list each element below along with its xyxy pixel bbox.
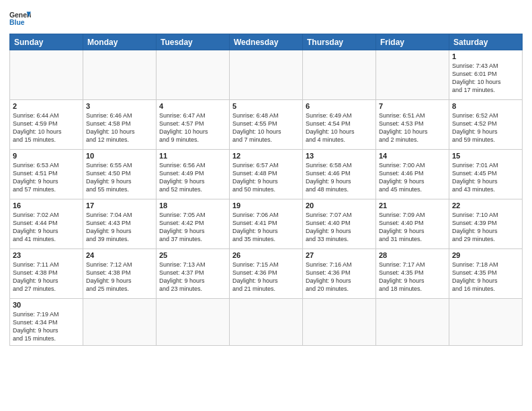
calendar-cell <box>376 50 449 100</box>
day-info: Sunrise: 7:13 AM Sunset: 4:37 PM Dayligh… <box>159 261 226 293</box>
day-number: 29 <box>452 251 519 259</box>
calendar-cell: 8Sunrise: 6:52 AM Sunset: 4:52 PM Daylig… <box>449 100 523 150</box>
calendar-cell <box>376 299 449 346</box>
day-info: Sunrise: 6:56 AM Sunset: 4:49 PM Dayligh… <box>159 161 226 194</box>
day-info: Sunrise: 6:58 AM Sunset: 4:46 PM Dayligh… <box>306 161 373 194</box>
day-number: 14 <box>379 152 446 160</box>
calendar-cell <box>83 50 157 100</box>
day-number: 18 <box>159 201 226 210</box>
day-number: 26 <box>232 251 300 259</box>
day-info: Sunrise: 6:52 AM Sunset: 4:52 PM Dayligh… <box>452 111 519 144</box>
day-info: Sunrise: 6:51 AM Sunset: 4:53 PM Dayligh… <box>379 111 446 144</box>
page-header: General Blue <box>9 7 523 28</box>
day-number: 6 <box>306 102 373 110</box>
calendar-cell: 14Sunrise: 7:00 AM Sunset: 4:46 PM Dayli… <box>376 150 449 199</box>
day-number: 7 <box>379 102 446 110</box>
calendar-cell: 22Sunrise: 7:10 AM Sunset: 4:39 PM Dayli… <box>449 199 523 249</box>
calendar-cell: 19Sunrise: 7:06 AM Sunset: 4:41 PM Dayli… <box>230 199 303 249</box>
day-number: 20 <box>306 201 373 210</box>
calendar-cell: 4Sunrise: 6:47 AM Sunset: 4:57 PM Daylig… <box>157 100 230 150</box>
day-number: 11 <box>159 152 226 160</box>
day-number: 25 <box>159 251 226 259</box>
day-number: 16 <box>13 201 80 210</box>
day-number: 12 <box>232 152 300 160</box>
day-info: Sunrise: 7:15 AM Sunset: 4:36 PM Dayligh… <box>232 261 300 293</box>
day-info: Sunrise: 7:43 AM Sunset: 6:01 PM Dayligh… <box>452 62 519 95</box>
day-number: 24 <box>86 251 153 259</box>
calendar-cell: 6Sunrise: 6:49 AM Sunset: 4:54 PM Daylig… <box>303 100 376 150</box>
day-info: Sunrise: 7:02 AM Sunset: 4:44 PM Dayligh… <box>13 211 80 244</box>
col-header-thursday: Thursday <box>303 34 376 50</box>
day-info: Sunrise: 7:10 AM Sunset: 4:39 PM Dayligh… <box>452 211 519 244</box>
day-info: Sunrise: 6:49 AM Sunset: 4:54 PM Dayligh… <box>306 111 373 144</box>
day-number: 15 <box>452 152 519 160</box>
col-header-saturday: Saturday <box>449 34 523 50</box>
calendar-week-row: 30Sunrise: 7:19 AM Sunset: 4:34 PM Dayli… <box>10 299 523 346</box>
day-info: Sunrise: 7:00 AM Sunset: 4:46 PM Dayligh… <box>379 161 446 194</box>
calendar-cell: 11Sunrise: 6:56 AM Sunset: 4:49 PM Dayli… <box>157 150 230 199</box>
col-header-wednesday: Wednesday <box>230 34 303 50</box>
calendar-week-row: 23Sunrise: 7:11 AM Sunset: 4:38 PM Dayli… <box>10 249 523 299</box>
day-number: 23 <box>13 251 80 259</box>
day-number: 8 <box>452 102 519 110</box>
day-info: Sunrise: 7:11 AM Sunset: 4:38 PM Dayligh… <box>13 261 80 293</box>
day-info: Sunrise: 7:19 AM Sunset: 4:34 PM Dayligh… <box>13 310 80 343</box>
calendar-cell: 7Sunrise: 6:51 AM Sunset: 4:53 PM Daylig… <box>376 100 449 150</box>
calendar-cell: 25Sunrise: 7:13 AM Sunset: 4:37 PM Dayli… <box>157 249 230 299</box>
day-info: Sunrise: 7:17 AM Sunset: 4:35 PM Dayligh… <box>379 261 446 293</box>
calendar-week-row: 16Sunrise: 7:02 AM Sunset: 4:44 PM Dayli… <box>10 199 523 249</box>
day-number: 4 <box>159 102 226 110</box>
calendar-cell: 21Sunrise: 7:09 AM Sunset: 4:40 PM Dayli… <box>376 199 449 249</box>
logo: General Blue <box>9 9 31 28</box>
day-number: 30 <box>13 301 80 309</box>
calendar-cell: 2Sunrise: 6:44 AM Sunset: 4:59 PM Daylig… <box>10 100 83 150</box>
calendar-cell: 18Sunrise: 7:05 AM Sunset: 4:42 PM Dayli… <box>157 199 230 249</box>
calendar-cell <box>157 299 230 346</box>
calendar-cell: 27Sunrise: 7:16 AM Sunset: 4:36 PM Dayli… <box>303 249 376 299</box>
calendar-cell: 29Sunrise: 7:18 AM Sunset: 4:35 PM Dayli… <box>449 249 523 299</box>
day-info: Sunrise: 6:53 AM Sunset: 4:51 PM Dayligh… <box>13 161 80 194</box>
day-info: Sunrise: 7:16 AM Sunset: 4:36 PM Dayligh… <box>306 261 373 293</box>
calendar-cell: 16Sunrise: 7:02 AM Sunset: 4:44 PM Dayli… <box>10 199 83 249</box>
calendar-cell <box>230 50 303 100</box>
calendar-cell: 3Sunrise: 6:46 AM Sunset: 4:58 PM Daylig… <box>83 100 157 150</box>
calendar-cell: 12Sunrise: 6:57 AM Sunset: 4:48 PM Dayli… <box>230 150 303 199</box>
calendar-cell: 23Sunrise: 7:11 AM Sunset: 4:38 PM Dayli… <box>10 249 83 299</box>
day-info: Sunrise: 6:46 AM Sunset: 4:58 PM Dayligh… <box>86 111 153 144</box>
calendar-cell: 24Sunrise: 7:12 AM Sunset: 4:38 PM Dayli… <box>83 249 157 299</box>
day-number: 22 <box>452 201 519 210</box>
col-header-friday: Friday <box>376 34 449 50</box>
day-number: 19 <box>232 201 300 210</box>
col-header-sunday: Sunday <box>10 34 83 50</box>
calendar-cell <box>303 299 376 346</box>
calendar-week-row: 1Sunrise: 7:43 AM Sunset: 6:01 PM Daylig… <box>10 50 523 100</box>
calendar-week-row: 2Sunrise: 6:44 AM Sunset: 4:59 PM Daylig… <box>10 100 523 150</box>
day-number: 9 <box>13 152 80 160</box>
day-info: Sunrise: 7:18 AM Sunset: 4:35 PM Dayligh… <box>452 261 519 293</box>
day-info: Sunrise: 7:04 AM Sunset: 4:43 PM Dayligh… <box>86 211 153 244</box>
day-number: 21 <box>379 201 446 210</box>
calendar-cell: 9Sunrise: 6:53 AM Sunset: 4:51 PM Daylig… <box>10 150 83 199</box>
day-number: 27 <box>306 251 373 259</box>
calendar-week-row: 9Sunrise: 6:53 AM Sunset: 4:51 PM Daylig… <box>10 150 523 199</box>
day-info: Sunrise: 6:55 AM Sunset: 4:50 PM Dayligh… <box>86 161 153 194</box>
day-number: 17 <box>86 201 153 210</box>
day-number: 5 <box>232 102 300 110</box>
day-number: 13 <box>306 152 373 160</box>
calendar-cell <box>303 50 376 100</box>
day-number: 10 <box>86 152 153 160</box>
calendar-cell: 17Sunrise: 7:04 AM Sunset: 4:43 PM Dayli… <box>83 199 157 249</box>
calendar-cell: 28Sunrise: 7:17 AM Sunset: 4:35 PM Dayli… <box>376 249 449 299</box>
calendar-cell: 26Sunrise: 7:15 AM Sunset: 4:36 PM Dayli… <box>230 249 303 299</box>
calendar-header-row: SundayMondayTuesdayWednesdayThursdayFrid… <box>10 34 523 50</box>
day-info: Sunrise: 6:44 AM Sunset: 4:59 PM Dayligh… <box>13 111 80 144</box>
day-info: Sunrise: 7:01 AM Sunset: 4:45 PM Dayligh… <box>452 161 519 194</box>
day-info: Sunrise: 6:48 AM Sunset: 4:55 PM Dayligh… <box>232 111 300 144</box>
calendar-cell <box>10 50 83 100</box>
svg-text:Blue: Blue <box>9 19 25 26</box>
day-number: 1 <box>452 52 519 60</box>
calendar-cell: 15Sunrise: 7:01 AM Sunset: 4:45 PM Dayli… <box>449 150 523 199</box>
col-header-monday: Monday <box>83 34 157 50</box>
day-info: Sunrise: 6:47 AM Sunset: 4:57 PM Dayligh… <box>159 111 226 144</box>
calendar-cell <box>449 299 523 346</box>
